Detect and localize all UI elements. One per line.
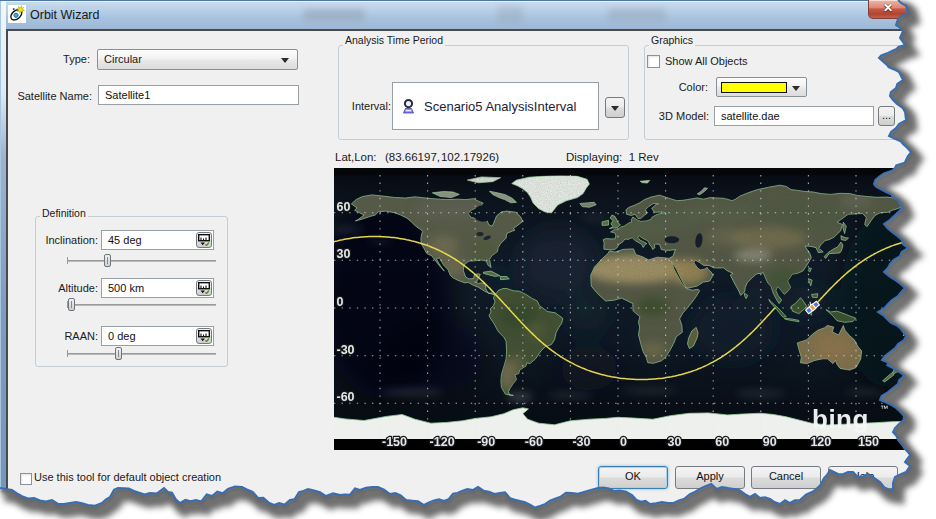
svg-text:30: 30 bbox=[668, 435, 682, 449]
svg-text:bing: bing bbox=[812, 404, 869, 434]
svg-text:-30: -30 bbox=[337, 343, 355, 357]
svg-text:0: 0 bbox=[620, 435, 627, 449]
svg-text:™: ™ bbox=[880, 404, 888, 413]
svg-text:30: 30 bbox=[337, 247, 351, 261]
svg-text:-120: -120 bbox=[430, 435, 455, 449]
svg-text:0: 0 bbox=[337, 295, 344, 309]
svg-text:60: 60 bbox=[715, 435, 729, 449]
svg-text:-90: -90 bbox=[477, 435, 495, 449]
svg-text:120: 120 bbox=[810, 435, 831, 449]
svg-text:-150: -150 bbox=[382, 435, 407, 449]
svg-text:-60: -60 bbox=[525, 435, 543, 449]
svg-text:90: 90 bbox=[763, 435, 777, 449]
svg-text:-60: -60 bbox=[337, 390, 355, 404]
svg-text:-30: -30 bbox=[572, 435, 590, 449]
svg-text:150: 150 bbox=[858, 435, 879, 449]
svg-text:60: 60 bbox=[337, 200, 351, 214]
